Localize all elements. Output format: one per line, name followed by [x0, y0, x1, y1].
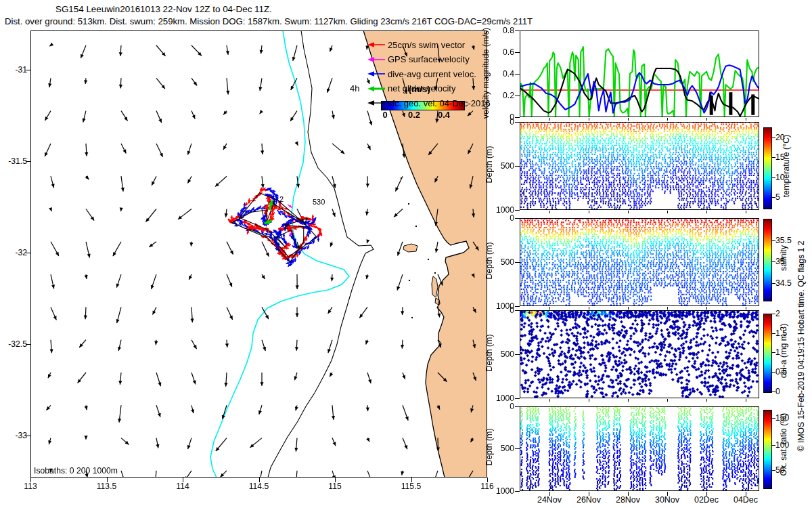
map-colorbar-tick: 0	[375, 110, 395, 120]
colorbar-tickmark	[772, 333, 775, 334]
map-x-tickmark	[107, 478, 108, 482]
time-tickmark	[589, 307, 589, 310]
time-axis-tick: 02Dec	[690, 495, 723, 505]
colorbar-tick: 1.5	[775, 329, 803, 338]
colorbar-tick: 0	[775, 387, 803, 396]
time-axis-tick: 04Dec	[729, 495, 763, 505]
legend-arrow-icon	[367, 85, 385, 93]
depth-y-tickmark	[515, 210, 520, 211]
depth-y-tick: 500	[487, 350, 514, 359]
depth-y-tick: 0	[487, 402, 514, 411]
colorbar-tick: 10	[775, 173, 803, 182]
velocity-panel	[520, 30, 759, 117]
depth-y-tickmark	[515, 406, 520, 407]
colorbar-tick: 2	[775, 309, 803, 318]
legend-item: 25cm/s swim vector	[367, 40, 465, 49]
colorbar-tickmark	[772, 261, 775, 262]
legend-item: dive-avg current veloc.	[367, 69, 476, 79]
legend-item: net glider velocity	[367, 84, 455, 93]
map-x-tick: 113.5	[92, 482, 122, 491]
colorbar-tick: 35	[775, 257, 803, 266]
time-tickmark	[667, 211, 668, 213]
depth-y-tickmark	[515, 218, 520, 219]
map-y-tickmark	[26, 253, 30, 253]
velocity-y-tick: 0.2	[487, 91, 514, 100]
time-tickmark	[706, 118, 707, 121]
time-tickmark	[589, 492, 589, 496]
track-dive-number: 2	[279, 194, 284, 204]
legend-item-label: 25cm/s swim vector	[388, 40, 465, 50]
map-y-tick: -31.5	[1, 156, 27, 166]
map-y-tickmark	[26, 70, 30, 70]
colorbar-tick: 5	[775, 192, 803, 202]
time-tickmark	[667, 399, 668, 402]
time-axis-tick: 26Nov	[572, 495, 606, 505]
time-tickmark	[549, 307, 550, 310]
depth-y-tickmark	[515, 448, 520, 449]
map-x-tick: 114.5	[244, 482, 274, 491]
temperature-colorbar	[763, 127, 772, 209]
time-tickmark	[628, 399, 629, 402]
time-tickmark	[746, 211, 746, 213]
time-tickmark	[746, 492, 746, 496]
map-x-tickmark	[411, 478, 412, 482]
time-tickmark	[628, 307, 629, 310]
colorbar-tick: 0.5	[775, 367, 803, 377]
track-dive-number: 2	[284, 221, 288, 231]
velocity-y-tickmark	[515, 117, 520, 118]
depth-y-tickmark	[515, 166, 520, 167]
map-x-tickmark	[183, 478, 183, 482]
map-x-tick: 113	[16, 482, 45, 491]
colorbar-tick: 20	[775, 133, 803, 142]
map-x-tick: 115.5	[397, 482, 426, 491]
time-tickmark	[706, 399, 707, 402]
temperature-panel	[520, 122, 759, 210]
time-tickmark	[667, 307, 668, 310]
oxygen-panel	[520, 406, 759, 491]
velocity-y-tick: 0.6	[487, 47, 514, 57]
depth-y-tick: 0	[487, 305, 514, 315]
map-y-tick: -33	[1, 431, 27, 440]
legend-arrow-icon	[367, 41, 385, 49]
legend-item: GPS surface velocity	[367, 55, 470, 64]
velocity-y-tick: 0.8	[487, 26, 514, 35]
legend-item: sfc. geo. vel. 04-Dec-2016	[367, 98, 491, 108]
colorbar-tickmark	[772, 157, 775, 158]
depth-y-tick: 500	[487, 257, 514, 267]
map-y-tickmark	[26, 344, 30, 345]
legend-item-label: GPS surface velocity	[388, 54, 470, 64]
colorbar-tick: 100	[775, 440, 803, 450]
legend-arrow-icon	[367, 70, 385, 78]
velocity-y-tickmark	[515, 96, 520, 96]
chl-colorbar	[763, 314, 772, 393]
time-tickmark	[746, 118, 746, 121]
legend-arrow-icon	[367, 99, 385, 107]
colorbar-tick: 34.5	[775, 278, 803, 288]
colorbar-tickmark	[772, 418, 775, 419]
velocity-y-tick: 0.4	[487, 69, 514, 79]
depth-y-tick: 500	[487, 444, 514, 453]
time-axis-tick: 24Nov	[533, 495, 566, 505]
time-tickmark	[706, 307, 707, 310]
colorbar-tick: 15	[775, 152, 803, 162]
colorbar-tickmark	[772, 240, 775, 241]
depth-y-tickmark	[515, 354, 520, 355]
velocity-y-tickmark	[515, 30, 520, 31]
isobaths-note: Isobaths: 0 200 1000m	[34, 466, 118, 475]
time-tickmark	[706, 492, 707, 496]
time-tickmark	[628, 211, 629, 213]
map-y-tickmark	[26, 436, 30, 436]
colorbar-tickmark	[772, 445, 775, 446]
time-tickmark	[549, 118, 550, 121]
salinity-colorbar	[763, 219, 772, 301]
time-tickmark	[549, 211, 550, 213]
imos-watermark: © IMOS 15-Feb-2019 04:19:15 Hobart time.…	[796, 187, 806, 505]
map-x-tickmark	[335, 478, 336, 482]
colorbar-tick: 150	[775, 413, 803, 423]
time-tickmark	[549, 399, 550, 402]
plot-subtitle: Dist. over ground: 513km. Dist. swum: 25…	[5, 17, 533, 26]
depth-y-tickmark	[515, 491, 520, 492]
salinity-panel	[520, 218, 759, 306]
legend-arrow-icon	[367, 56, 385, 64]
velocity-y-tickmark	[515, 74, 520, 75]
